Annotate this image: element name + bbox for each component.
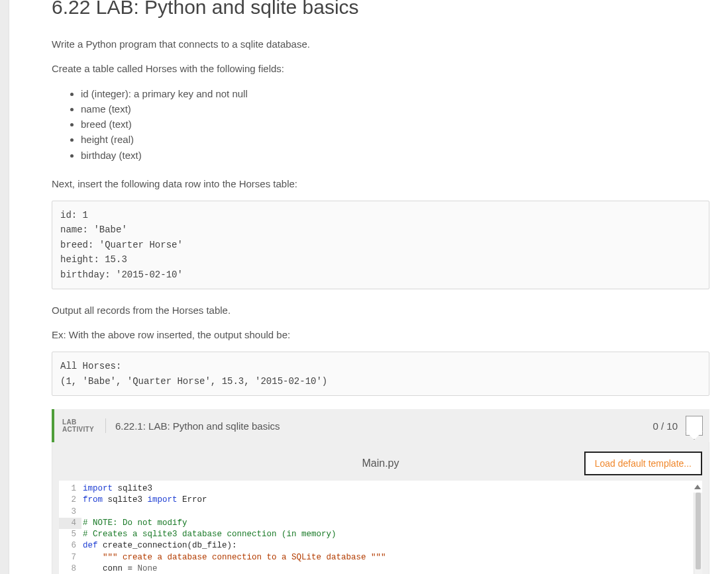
line-number: 2 — [59, 495, 81, 506]
code-content[interactable]: from sqlite3 import Error — [81, 495, 207, 506]
load-default-template-button[interactable]: Load default template... — [584, 452, 702, 475]
list-item: id (integer): a primary key and not null — [81, 86, 709, 101]
code-content[interactable]: # Creates a sqlite3 database connection … — [81, 529, 337, 540]
list-item: breed (text) — [81, 117, 709, 132]
lab-activity-name: 6.22.1: LAB: Python and sqlite basics — [106, 420, 652, 432]
score-badge-icon — [686, 416, 703, 436]
scroll-up-icon[interactable] — [694, 485, 701, 489]
list-item: name (text) — [81, 101, 709, 117]
page-content: 6.22 LAB: Python and sqlite basics Write… — [0, 0, 728, 574]
code-line[interactable]: 3 — [59, 506, 702, 518]
editor-header: Main.py Load default template... — [59, 449, 702, 478]
scroll-thumb[interactable] — [696, 493, 701, 569]
line-number: 1 — [59, 483, 81, 495]
intro-paragraph: Write a Python program that connects to … — [52, 36, 709, 52]
lab-title: 6.22 LAB: Python and sqlite basics — [52, 0, 709, 18]
lab-tag-line1: LAB — [62, 418, 96, 426]
code-editor[interactable]: 1import sqlite32from sqlite3 import Erro… — [59, 481, 702, 574]
code-content[interactable]: def create_connection(db_file): — [81, 540, 237, 551]
field-list: id (integer): a primary key and not null… — [81, 86, 709, 163]
lab-activity-tag: LAB ACTIVITY — [54, 418, 106, 433]
code-content[interactable] — [81, 506, 83, 518]
create-table-paragraph: Create a table called Horses with the fo… — [52, 61, 709, 76]
example-paragraph: Ex: With the above row inserted, the out… — [52, 327, 709, 342]
lab-activity-bar: LAB ACTIVITY 6.22.1: LAB: Python and sql… — [52, 409, 709, 442]
line-number: 8 — [59, 563, 81, 574]
left-rail — [0, 0, 9, 574]
scrollbar[interactable] — [694, 493, 702, 574]
code-content[interactable]: conn = None — [81, 563, 158, 574]
file-tab[interactable]: Main.py — [362, 457, 399, 469]
code-line[interactable]: 4# NOTE: Do not modify — [59, 518, 702, 529]
line-number: 7 — [59, 552, 81, 563]
code-line[interactable]: 6def create_connection(db_file): — [59, 540, 702, 551]
code-line[interactable]: 8 conn = None — [59, 563, 702, 574]
line-number: 6 — [59, 540, 81, 551]
output-paragraph: Output all records from the Horses table… — [52, 303, 709, 318]
code-line[interactable]: 7 """ create a database connection to a … — [59, 552, 702, 563]
lab-tag-line2: ACTIVITY — [62, 426, 96, 433]
code-content[interactable]: # NOTE: Do not modify — [81, 518, 187, 529]
line-number: 3 — [59, 506, 81, 518]
code-line[interactable]: 2from sqlite3 import Error — [59, 495, 702, 506]
code-line[interactable]: 1import sqlite3 — [59, 483, 702, 495]
code-line[interactable]: 5# Creates a sqlite3 database connection… — [59, 529, 702, 540]
code-content[interactable]: """ create a database connection to a SQ… — [81, 552, 386, 563]
line-number: 5 — [59, 529, 81, 540]
lab-score: 0 / 10 — [652, 420, 684, 432]
editor-panel: Main.py Load default template... 1import… — [52, 442, 709, 574]
insert-paragraph: Next, insert the following data row into… — [52, 176, 709, 191]
line-number: 4 — [59, 518, 81, 529]
insert-data-block: id: 1 name: 'Babe' breed: 'Quarter Horse… — [52, 201, 709, 289]
example-output-block: All Horses: (1, 'Babe', 'Quarter Horse',… — [52, 352, 709, 396]
list-item: birthday (text) — [81, 148, 709, 163]
list-item: height (real) — [81, 132, 709, 147]
code-content[interactable]: import sqlite3 — [81, 483, 152, 495]
